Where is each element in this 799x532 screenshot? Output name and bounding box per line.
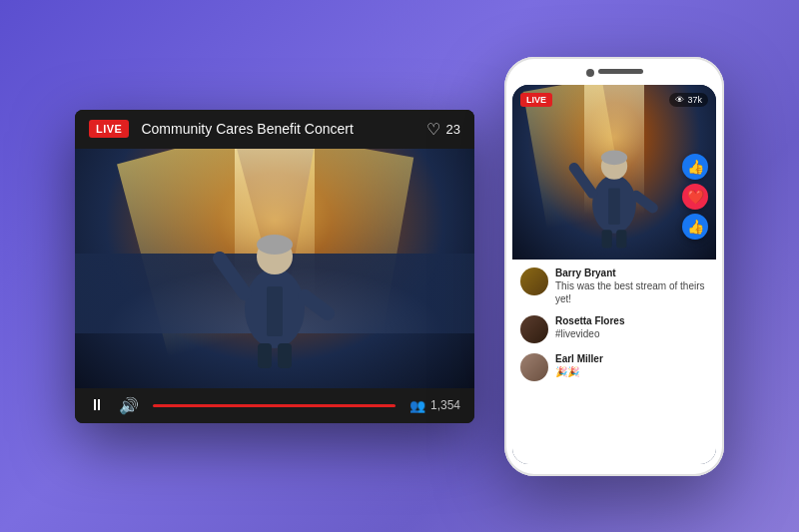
volume-button[interactable]: 🔊 <box>119 396 139 415</box>
comment-name-rosetta: Rosetta Flores <box>555 315 708 326</box>
player-controls: ⏸ 🔊 👥 1,354 <box>75 388 474 423</box>
phone-mockup: LIVE 👁 37k 👍 <box>504 57 724 476</box>
avatar-rosetta <box>520 315 548 343</box>
avatar-barry <box>520 267 548 295</box>
viewers-count-text: 1,354 <box>430 398 460 412</box>
svg-rect-13 <box>602 230 612 248</box>
phone-speaker <box>598 69 643 74</box>
phone-camera <box>586 69 594 77</box>
phone-video-area: LIVE 👁 37k 👍 <box>512 85 716 260</box>
comment-text-earl: 🎉🎉 <box>555 365 708 378</box>
comment-content-rosetta: Rosetta Flores #livevideo <box>555 315 708 340</box>
svg-rect-14 <box>616 230 626 248</box>
comment-name-barry: Barry Bryant <box>555 267 708 278</box>
performer-silhouette <box>210 209 340 368</box>
reaction-thumbs-up-2: 👍 <box>682 214 708 240</box>
svg-line-11 <box>574 168 592 194</box>
svg-rect-5 <box>258 343 272 368</box>
svg-rect-7 <box>267 286 283 336</box>
avatar-earl <box>520 353 548 381</box>
phone-comments: Barry Bryant This was the best stream of… <box>512 260 716 464</box>
reactions-area: 👍 ❤️ 👍 <box>682 154 708 240</box>
desktop-player-title: Community Cares Benefit Concert <box>141 121 413 137</box>
comment-text-barry: This was the best stream of theirs yet! <box>555 279 708 305</box>
svg-line-4 <box>305 296 328 313</box>
svg-point-10 <box>601 150 627 165</box>
reaction-thumbs-up-1: 👍 <box>682 154 708 180</box>
comment-item: Earl Miller 🎉🎉 <box>520 353 708 381</box>
heart-area[interactable]: ♡ 23 <box>426 120 460 139</box>
scene-container: LIVE Community Cares Benefit Concert ♡ 2… <box>75 57 724 476</box>
progress-bar[interactable] <box>153 404 396 407</box>
comment-name-earl: Earl Miller <box>555 353 708 364</box>
phone-screen: LIVE 👁 37k 👍 <box>512 85 716 464</box>
heart-count: 23 <box>446 122 460 137</box>
pause-button[interactable]: ⏸ <box>89 396 105 414</box>
phone-performer-silhouette <box>567 130 662 250</box>
desktop-live-badge: LIVE <box>89 120 129 138</box>
heart-icon: ♡ <box>426 120 440 139</box>
svg-line-12 <box>636 195 653 207</box>
svg-point-2 <box>257 235 293 255</box>
phone-viewers-icon: 👁 <box>675 95 684 105</box>
desktop-player: LIVE Community Cares Benefit Concert ♡ 2… <box>75 110 474 423</box>
phone-notch <box>512 69 716 77</box>
viewers-icon: 👥 <box>409 398 425 413</box>
svg-rect-6 <box>278 343 292 368</box>
desktop-video-area <box>75 149 474 388</box>
svg-line-3 <box>220 259 245 293</box>
player-header: LIVE Community Cares Benefit Concert ♡ 2… <box>75 110 474 149</box>
phone-viewers-count: 37k <box>687 95 702 105</box>
svg-rect-15 <box>608 188 620 225</box>
comment-content-earl: Earl Miller 🎉🎉 <box>555 353 708 378</box>
comment-item: Barry Bryant This was the best stream of… <box>520 267 708 305</box>
reaction-heart: ❤️ <box>682 184 708 210</box>
phone-live-badge: LIVE <box>520 93 552 107</box>
phone-viewers: 👁 37k <box>669 93 708 107</box>
comment-item: Rosetta Flores #livevideo <box>520 315 708 343</box>
comment-text-rosetta: #livevideo <box>555 327 708 340</box>
viewers-area: 👥 1,354 <box>409 398 460 413</box>
comment-content-barry: Barry Bryant This was the best stream of… <box>555 267 708 305</box>
